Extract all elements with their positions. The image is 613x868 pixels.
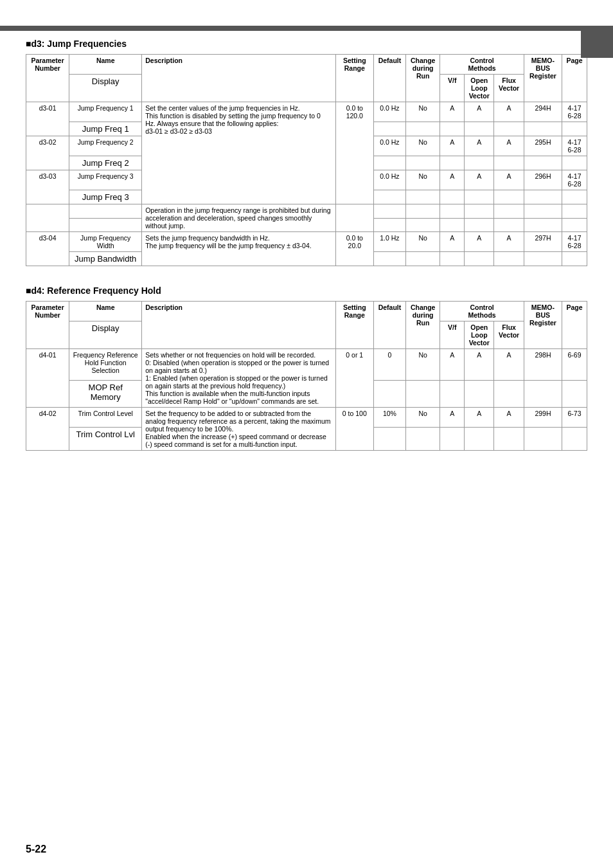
param-display: Jump Freq 3 [69,190,142,204]
param-page-d401-empty [562,380,587,407]
param-number: d3-01 [26,102,69,136]
param-memo-empty [524,156,562,170]
header-description: Description [142,55,335,102]
param-vf-d401: A [440,349,465,381]
param-display: Jump Freq 1 [69,122,142,136]
param-page-d402-empty [562,428,587,451]
param-number: d3-03 [26,170,69,204]
param-fv-empty [494,190,524,204]
param-description: Sets the jump frequency bandwidth in Hz.… [142,232,335,266]
param-memo: 294H [524,102,562,122]
param-change: No [406,102,440,122]
param-ol: A [465,232,494,252]
param-fv: A [494,232,524,252]
param-fv-empty [494,252,524,266]
param-setting-range-d402: 0 to 100 [335,408,373,451]
param-page-empty [562,252,587,266]
param-setting-range: 0.0 to20.0 [335,232,373,266]
param-memo-empty [524,190,562,204]
param-memo-empty3 [524,218,562,232]
param-default: 0.0 Hz [373,102,405,122]
param-page-empty [562,190,587,204]
table-row: d3-01 Jump Frequency 1 Set the center va… [26,102,587,122]
header-vf-d4: V/f [440,321,465,349]
param-name-empty [69,204,142,219]
param-default-d401-empty [373,380,405,407]
d3-table: ParameterNumber Name Description Setting… [26,54,587,266]
param-default-empty3 [373,218,405,232]
param-ol-empty [465,156,494,170]
param-default-empty2 [373,204,405,219]
param-name: Jump Frequency 2 [69,136,142,156]
param-number-empty [26,204,69,232]
param-page: 4-176-28 [562,136,587,156]
param-ol-empty [465,122,494,136]
section-d3-title: ■d3: Jump Frequencies [26,39,587,49]
param-ol-d402: A [465,408,494,428]
param-vf: A [440,136,465,156]
param-vf-empty [440,190,465,204]
param-description-d401: Sets whether or not frequencies on hold … [142,349,335,408]
param-default: 0.0 Hz [373,136,405,156]
param-memo-empty2 [524,204,562,219]
page-number: 5-22 [26,844,46,855]
param-vf-empty [440,156,465,170]
param-display: Jump Freq 2 [69,156,142,170]
header-page-d4: Page [562,302,587,349]
param-number-d4: d4-01 [26,349,69,408]
header-control-methods: ControlMethods [440,55,524,75]
param-description-d402: Set the frequency to be added to or subt… [142,408,335,451]
param-page-empty3 [562,218,587,232]
header-default-d4: Default [373,302,405,349]
param-fv-d401: A [494,349,524,381]
param-fv-empty [494,122,524,136]
param-page-empty [562,156,587,170]
header-memo: MEMO-BUSRegister [524,55,562,102]
param-change-d401: No [406,349,440,381]
param-page: 4-176-28 [562,102,587,122]
param-ol: A [465,136,494,156]
table-row: Operation in the jump frequency range is… [26,204,587,219]
param-change-empty [406,122,440,136]
param-default-empty [373,156,405,170]
param-setting-range: 0.0 to120.0 [335,102,373,204]
table-row: d4-01 Frequency Reference Hold Function … [26,349,587,381]
param-fv: A [494,170,524,190]
param-name-d4: Frequency Reference Hold Function Select… [69,349,142,381]
param-page-d402: 6-73 [562,408,587,428]
header-setting-range: SettingRange [335,55,373,102]
corner-box [581,26,613,58]
top-bar [0,26,613,31]
header-vf: V/f [440,75,465,102]
param-memo-empty [524,252,562,266]
param-ol-d401: A [465,349,494,381]
section-d4-title: ■d4: Reference Frequency Hold [26,285,587,296]
param-fv-empty2 [494,204,524,219]
d4-table: ParameterNumber Name Description Setting… [26,301,587,451]
param-memo: 296H [524,170,562,190]
param-memo-empty [524,122,562,136]
param-number: d3-02 [26,136,69,170]
header-name: Name [69,55,142,75]
param-page-empty2 [562,204,587,219]
param-change: No [406,136,440,156]
param-change-empty [406,190,440,204]
param-ol-empty [465,252,494,266]
param-description-d303: Operation in the jump frequency range is… [142,204,335,232]
param-description: Set the center values of the jump freque… [142,102,335,204]
param-vf: A [440,170,465,190]
header-setting-range-d4: SettingRange [335,302,373,349]
param-change: No [406,170,440,190]
header-name-d4: Name [69,302,142,321]
param-default-d402: 10% [373,408,405,428]
param-change-empty3 [406,218,440,232]
param-default-d402-empty [373,428,405,451]
param-fv-d402: A [494,408,524,428]
param-fv-d402-empty [494,428,524,451]
param-ol-empty2 [465,204,494,219]
param-default-empty [373,122,405,136]
param-change-d402-empty [406,428,440,451]
param-memo-d401: 298H [524,349,562,381]
param-fv: A [494,136,524,156]
param-vf-empty [440,122,465,136]
